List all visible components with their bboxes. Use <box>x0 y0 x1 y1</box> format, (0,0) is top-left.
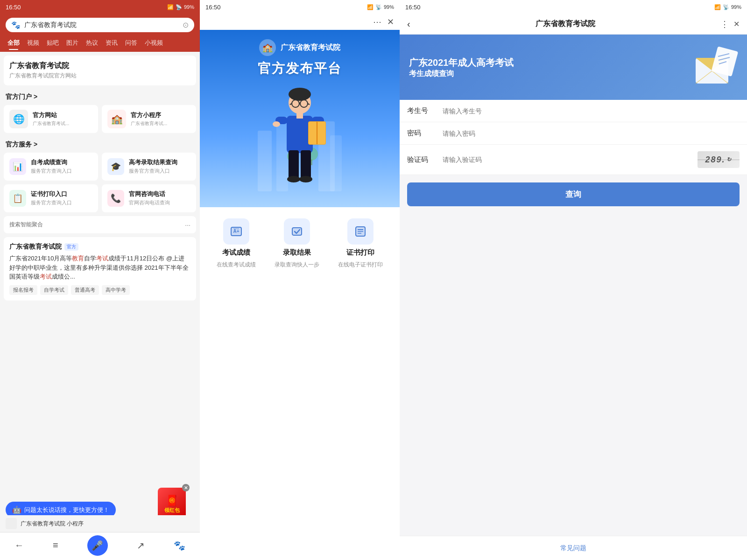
nav-mic[interactable]: 🎤 <box>87 535 108 556</box>
search-bar: 🐾 广东省教育考试院 ⊙ <box>0 14 200 37</box>
tag-putong[interactable]: 普通高考 <box>71 285 99 295</box>
service-section-title: 官方服务 > <box>6 140 37 149</box>
svg-rect-41 <box>712 46 739 77</box>
miniapp-icon: 🏫 <box>107 110 126 128</box>
bottom-nav: ← ≡ 🎤 ↗ 🐾 <box>0 532 200 560</box>
field-input-captcha[interactable] <box>443 156 690 163</box>
mini-program-text: 广东省教育考试院 小程序 <box>21 520 84 528</box>
service-section-header[interactable]: 官方服务 > <box>0 137 200 151</box>
svg-rect-3 <box>330 135 342 191</box>
signal-icon-p3: 📶 <box>714 4 721 10</box>
svg-text:A+: A+ <box>233 229 239 234</box>
tab-short-video[interactable]: 小视频 <box>141 37 167 49</box>
nav-back[interactable]: ← <box>14 540 24 551</box>
portal-section-title: 官方门户 > <box>6 93 37 101</box>
service-item-zikao[interactable]: 📊 自考成绩查询 服务官方查询入口 <box>4 153 98 181</box>
hero-org-name: 广东省教育考试院 <box>281 43 340 53</box>
feature-scores[interactable]: A+ 考试成绩 在线查考试成绩 <box>217 218 256 269</box>
status-bar-p1: 16:50 📶 📡 99% <box>0 0 200 14</box>
tag-zixue[interactable]: 自学考试 <box>40 285 68 295</box>
service-text-cert: 证书打印入口 服务官方查询入口 <box>31 190 72 206</box>
nav-share[interactable]: ↗ <box>137 540 145 551</box>
tab-image[interactable]: 图片 <box>63 37 82 49</box>
captcha-image[interactable]: 289. ↻ <box>698 151 740 168</box>
close-red-envelope[interactable]: ✕ <box>182 484 190 491</box>
time-p2: 16:50 <box>205 4 221 11</box>
service-desc-zikao: 服务官方查询入口 <box>31 168 72 175</box>
nav-menu[interactable]: ≡ <box>53 540 58 551</box>
red-envelope-text: 领红包 <box>164 507 180 514</box>
portal-item-miniapp[interactable]: 🏫 官方小程序 广东省教育考试... <box>102 105 196 133</box>
mic-icon: 🎤 <box>92 540 103 551</box>
tag-baoming[interactable]: 报名报考 <box>9 285 37 295</box>
voice-bubble-text: 问题太长说话搜，更快更方便！ <box>24 506 109 514</box>
time-p3: 16:50 <box>405 4 421 11</box>
cert-print-icon-box <box>347 218 374 245</box>
news-content: 广东省2021年10月高等教育自学考试成绩于11月12日公布 @上进好学的中职毕… <box>9 254 190 281</box>
service-item-cert[interactable]: 📋 证书打印入口 服务官方查询入口 <box>4 184 98 212</box>
service-item-phone[interactable]: 📞 官网咨询电话 官网咨询电话查询 <box>102 184 196 212</box>
battery-p3: 99% <box>731 4 741 10</box>
hero-logo-circle: 🏫 <box>259 39 276 56</box>
official-card-title: 广东省教育考试院 <box>9 61 190 71</box>
camera-icon[interactable]: ⊙ <box>183 21 189 29</box>
search-input-wrap[interactable]: 🐾 广东省教育考试院 ⊙ <box>6 18 194 32</box>
p2-more-icon[interactable]: ⋯ <box>373 17 381 27</box>
more-dots-icon[interactable]: ··· <box>185 221 190 229</box>
portal-name-miniapp: 官方小程序 <box>131 111 167 119</box>
tab-all[interactable]: 全部 <box>4 37 23 49</box>
p2-close-icon[interactable]: ✕ <box>387 17 394 27</box>
news-tags: 报名报考 自学考试 普通高考 高中学考 <box>9 285 190 295</box>
paw-icon: 🐾 <box>11 21 21 29</box>
service-name-phone: 官网咨询电话 <box>129 190 170 198</box>
service-name-gaokao: 高考录取结果查询 <box>129 158 177 167</box>
service-grid: 📊 自考成绩查询 服务官方查询入口 🎓 高考录取结果查询 服务官方查询入口 📋 … <box>0 151 200 216</box>
tab-news[interactable]: 资讯 <box>102 37 121 49</box>
red-envelope-icon: 🧧 <box>166 495 178 507</box>
website-icon: 🌐 <box>9 110 28 128</box>
mini-program-bar[interactable]: 广东省教育考试院 小程序 <box>0 515 200 532</box>
battery-p2: 99% <box>384 4 394 10</box>
p2-top-buttons: ⋯ ✕ <box>200 14 400 30</box>
portal-section-header[interactable]: 官方门户 > <box>0 89 200 103</box>
nav-profile[interactable]: 🐾 <box>174 540 185 551</box>
field-input-password[interactable] <box>443 130 740 137</box>
mini-program-icon <box>6 518 17 529</box>
p3-close-button[interactable]: ✕ <box>733 20 740 28</box>
news-text: 广东省2021年10月高等教育自学考试成绩于11月12日公布 @上进好学的中职毕… <box>9 255 189 280</box>
signal-icon-p2: 📶 <box>367 4 374 10</box>
faq-link[interactable]: 常见问题 <box>560 544 586 552</box>
field-input-id[interactable] <box>443 107 740 115</box>
feature-admission[interactable]: 录取结果 录取查询快人一步 <box>275 218 319 269</box>
service-desc-cert: 服务官方查询入口 <box>31 199 72 206</box>
query-button[interactable]: 查询 <box>407 182 740 206</box>
share-icon: ↗ <box>137 540 145 551</box>
p3-hero-title: 广东2021年成人高考考试 <box>409 56 514 69</box>
service-item-gaokao[interactable]: 🎓 高考录取结果查询 服务官方查询入口 <box>102 153 196 181</box>
svg-rect-23 <box>289 150 299 178</box>
service-name-zikao: 自考成绩查询 <box>31 158 72 167</box>
tab-hot[interactable]: 热议 <box>82 37 102 49</box>
field-label-password: 密码 <box>407 129 435 138</box>
hero-banner: 🏫 广东省教育考试院 官方发布平台 <box>200 30 400 207</box>
tab-video[interactable]: 视频 <box>23 37 43 49</box>
svg-point-9 <box>289 88 311 101</box>
tab-qa[interactable]: 问答 <box>121 37 141 49</box>
panel-official: 16:50 📶 📡 99% ⋯ ✕ 🏫 广东省教育考试院 官方发布平台 <box>200 0 400 560</box>
svg-rect-30 <box>292 228 302 235</box>
form-section: 考生号 密码 验证码 289. ↻ <box>400 100 747 175</box>
feature-cert-print[interactable]: 证书打印 在线电子证书打印 <box>338 218 383 269</box>
p3-back-button[interactable]: ‹ <box>407 19 410 29</box>
svg-rect-16 <box>296 113 303 119</box>
portal-grid: 🌐 官方网站 广东省教育考试... 🏫 官方小程序 广东省教育考试... <box>0 103 200 137</box>
p3-title: 广东省教育考试院 <box>415 19 716 29</box>
portal-item-website[interactable]: 🌐 官方网站 广东省教育考试... <box>4 105 98 133</box>
tag-gaozhong[interactable]: 高中学考 <box>102 285 130 295</box>
p3-more-button[interactable]: ⋮ <box>720 19 729 29</box>
portal-name-website: 官方网站 <box>33 111 69 119</box>
form-row-id: 考生号 <box>400 100 747 122</box>
news-header: 广东省教育考试院 官方 <box>9 243 190 251</box>
field-label-captcha: 验证码 <box>407 155 435 164</box>
tab-tieba[interactable]: 贴吧 <box>43 37 63 49</box>
panel-query: 16:50 📶 📡 99% ‹ 广东省教育考试院 ⋮ ✕ 广东2021年成人高考… <box>400 0 747 560</box>
